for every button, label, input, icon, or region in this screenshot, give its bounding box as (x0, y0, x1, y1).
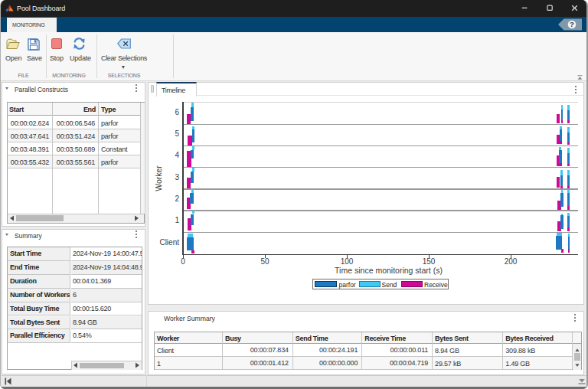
svg-text:?: ? (570, 20, 574, 28)
